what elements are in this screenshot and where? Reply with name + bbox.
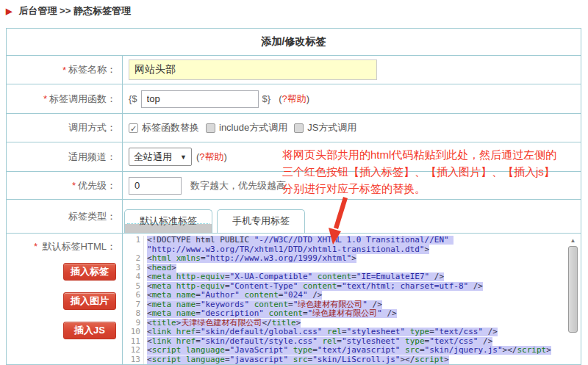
- red-arrow-icon: [324, 195, 349, 247]
- tag-name-input[interactable]: [129, 59, 377, 80]
- call-mode-option[interactable]: ✓ 标签函数替换: [129, 121, 199, 134]
- tag-function-label: * 标签调用函数：: [7, 84, 123, 113]
- row-tag-type: 标签类型： 默认标准标签 手机专用标签: [7, 200, 581, 234]
- required-asterisk: *: [72, 180, 76, 191]
- breadcrumb-text: 后台管理 >> 静态标签管理: [18, 4, 130, 18]
- code-line: 9<title>天津绿色建材有限公司</title>: [123, 319, 562, 328]
- help-link[interactable]: ?帮助: [199, 151, 223, 164]
- tab-mobile-special[interactable]: 手机专用标签: [217, 209, 305, 233]
- call-mode-option[interactable]: JS方式调用: [294, 121, 356, 134]
- breadcrumb-arrow-icon: ▶: [6, 7, 12, 15]
- tag-name-label: * 标签名称：: [7, 56, 123, 84]
- code-line: 12<script language="JavaScript" type="te…: [123, 346, 562, 355]
- panel-title: 添加/修改标签: [7, 29, 581, 56]
- scrollbar-thumb[interactable]: [568, 246, 578, 333]
- red-annotation: 将网页头部共用的html代码粘贴到此处，然后通过左侧的 三个红色按钮【插入标签】…: [282, 146, 556, 197]
- required-asterisk: *: [43, 93, 47, 104]
- insert-js-button[interactable]: 插入JS: [63, 322, 116, 339]
- tag-function-help[interactable]: ( ?帮助 ): [279, 93, 309, 106]
- channel-help[interactable]: ( ?帮助 ): [196, 151, 227, 164]
- code-line: 4<meta http-equiv="X-UA-Compatible" cont…: [123, 272, 562, 282]
- priority-input[interactable]: [129, 177, 182, 195]
- row-tag-name: * 标签名称：: [7, 56, 581, 84]
- code-line: 6<meta name="Author" content="024" />: [123, 291, 562, 300]
- checkbox-icon[interactable]: [294, 123, 304, 133]
- row-call-mode: 调用方式： ✓ 标签函数替换 include方式调用 JS方式调用: [7, 114, 581, 142]
- scroll-up-icon[interactable]: ▲: [567, 235, 578, 244]
- priority-label: * 优先级：: [7, 172, 123, 199]
- func-suffix: $}: [262, 93, 271, 104]
- checkbox-icon[interactable]: ✓: [129, 123, 138, 133]
- call-mode-option[interactable]: include方式调用: [206, 121, 287, 134]
- func-prefix: {$: [129, 93, 137, 104]
- code-line: 8<meta name="description" content="绿色建材有…: [123, 309, 562, 319]
- required-asterisk: *: [34, 241, 37, 252]
- default-html-label: * 默认标签HTML： 插入标签 插入图片 插入JS: [7, 234, 123, 364]
- row-tag-function: * 标签调用函数： {$ $} ( ?帮助 ): [7, 84, 581, 114]
- chevron-down-icon: ▼: [180, 153, 187, 161]
- insert-tag-button[interactable]: 插入标签: [63, 263, 116, 281]
- tag-function-input[interactable]: [141, 90, 259, 108]
- priority-hint: 数字越大，优先级越高: [190, 179, 286, 192]
- channel-select[interactable]: 全站通用 ▼: [129, 148, 192, 166]
- html-code-editor[interactable]: 1<!DOCTYPE html PUBLIC "-//W3C//DTD XHTM…: [123, 234, 581, 364]
- insert-image-button[interactable]: 插入图片: [63, 292, 116, 310]
- editor-scrollbar[interactable]: ▲: [567, 235, 578, 364]
- tab-default-standard[interactable]: 默认标准标签: [124, 209, 212, 233]
- code-line: 7<meta name="keywords" content="绿色建材有限公司…: [123, 300, 562, 310]
- code-line: 3<head>: [123, 264, 562, 273]
- help-link[interactable]: ?帮助: [282, 93, 306, 106]
- tag-type-label: 标签类型：: [7, 200, 123, 233]
- code-line: 5<meta http-equiv="Content-Type" content…: [123, 282, 562, 292]
- code-line: 11<link href="skin/default/style.css" re…: [123, 337, 562, 347]
- row-default-html: * 默认标签HTML： 插入标签 插入图片 插入JS 1<!DOCTYPE ht…: [7, 234, 581, 364]
- call-mode-label: 调用方式：: [7, 114, 123, 142]
- code-line: 13<script language="javascript" src="ski…: [123, 355, 562, 365]
- breadcrumb: ▶ 后台管理 >> 静态标签管理: [6, 4, 131, 18]
- code-line: 2<html xmlns="http://www.w3.org/1999/xht…: [123, 254, 562, 264]
- code-lines[interactable]: 1<!DOCTYPE html PUBLIC "-//W3C//DTD XHTM…: [123, 234, 581, 364]
- channel-label: 适用频道：: [7, 142, 123, 171]
- code-line: 10<link href="skin/default/global.css" r…: [123, 328, 562, 337]
- checkbox-icon[interactable]: [206, 123, 215, 133]
- required-asterisk: *: [62, 65, 66, 76]
